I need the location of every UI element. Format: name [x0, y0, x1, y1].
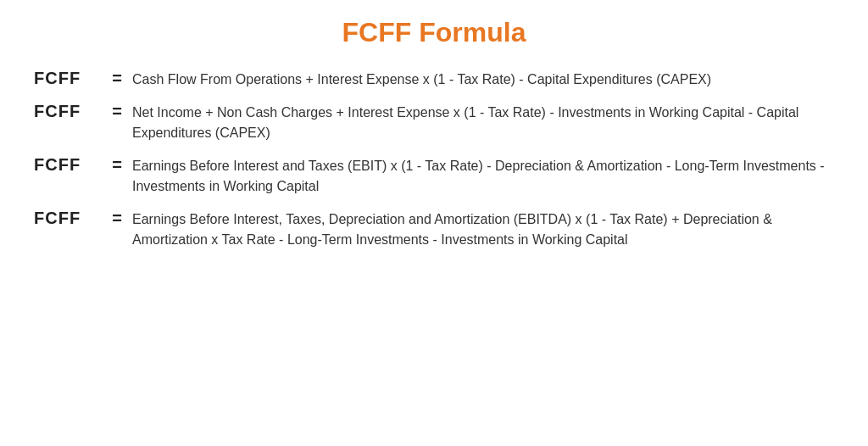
formula-equals: = [102, 100, 132, 121]
formula-equals: = [102, 153, 132, 175]
formula-label: FCFF [34, 67, 102, 88]
formula-expression: Earnings Before Interest, Taxes, Depreci… [132, 207, 834, 250]
formula-row: FCFF=Earnings Before Interest, Taxes, De… [34, 207, 834, 250]
formula-expression: Cash Flow From Operations + Interest Exp… [132, 67, 834, 90]
formula-expression: Earnings Before Interest and Taxes (EBIT… [132, 153, 834, 197]
formula-row: FCFF=Net Income + Non Cash Charges + Int… [34, 100, 834, 143]
formula-expression: Net Income + Non Cash Charges + Interest… [132, 100, 834, 143]
formula-row: FCFF=Cash Flow From Operations + Interes… [34, 67, 834, 90]
formula-label: FCFF [34, 100, 102, 121]
formula-list: FCFF=Cash Flow From Operations + Interes… [34, 67, 834, 250]
formula-row: FCFF=Earnings Before Interest and Taxes … [34, 153, 834, 197]
page-title: FCFF Formula [342, 17, 526, 48]
formula-label: FCFF [34, 153, 102, 175]
formula-equals: = [102, 67, 132, 88]
formula-equals: = [102, 207, 132, 228]
formula-label: FCFF [34, 207, 102, 228]
